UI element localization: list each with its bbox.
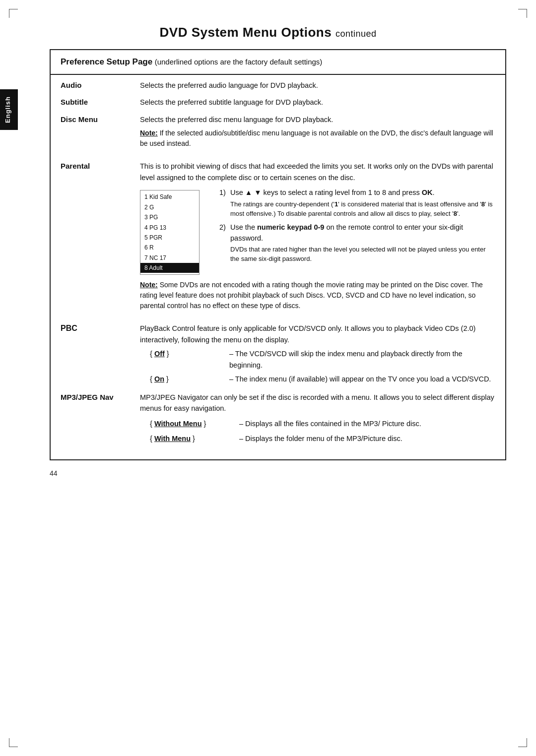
pbc-on-option: { On } – The index menu (if available) w…: [140, 374, 495, 384]
pbc-off-label: { Off }: [140, 348, 229, 359]
mp3-without-menu-description: – Displays all the files contained in th…: [239, 418, 495, 429]
pbc-content: PlayBack Control feature is only applica…: [140, 323, 495, 384]
mp3-with-menu-label: { With Menu }: [140, 433, 239, 444]
rating-3: 3 PG: [144, 212, 195, 222]
preference-header: Preference Setup Page (underlined option…: [51, 50, 505, 75]
mp3-without-menu-option: { Without Menu } – Displays all the file…: [140, 418, 495, 429]
preference-subtitle: (underlined options are the factory defa…: [155, 58, 323, 66]
rating-list-column: 1 Kid Safe 2 G 3 PG 4 PG 13 5 PGR 6 R 7 …: [140, 187, 219, 275]
pbc-off-option: { Off } – The VCD/SVCD will skip the ind…: [140, 348, 495, 371]
disc-menu-row: Disc Menu Selects the preferred disc men…: [61, 114, 495, 155]
parental-content: This is to prohibit viewing of discs tha…: [140, 161, 495, 317]
rating-4: 4 PG 13: [144, 223, 195, 233]
step2-note: DVDs that are rated higher than the leve…: [230, 245, 495, 264]
parental-label: Parental: [61, 161, 140, 170]
mp3-without-menu-label: { Without Menu }: [140, 418, 239, 429]
parental-section: Parental This is to prohibit viewing of …: [61, 161, 495, 317]
step1-ok: OK: [422, 189, 433, 196]
content-rows: Audio Selects the preferred audio langua…: [51, 75, 505, 459]
pbc-section: PBC PlayBack Control feature is only app…: [61, 323, 495, 384]
rating-steps: 1) Use ▲ ▼ keys to select a rating level…: [219, 187, 495, 275]
step1-arrows: ▲ ▼: [245, 189, 262, 196]
disc-menu-description: Selects the preferred disc menu language…: [140, 114, 495, 125]
mp3-jpeg-section: MP3/JPEG Nav MP3/JPEG Navigator can only…: [61, 392, 495, 444]
audio-label: Audio: [61, 80, 140, 89]
pbc-off-description: – The VCD/SVCD will skip the index menu …: [229, 348, 495, 371]
mp3-jpeg-content: MP3/JPEG Navigator can only be set if th…: [140, 392, 495, 444]
step1-note: The ratings are country-dependent ('1' i…: [230, 200, 495, 219]
parental-note-text: Some DVDs are not encoded with a rating …: [140, 281, 483, 310]
audio-description: Selects the preferred audio language for…: [140, 80, 495, 91]
pbc-intro: PlayBack Control feature is only applica…: [140, 323, 495, 345]
content-box: Preference Setup Page (underlined option…: [50, 49, 506, 460]
rating-6: 6 R: [144, 243, 195, 252]
subtitle-label: Subtitle: [61, 97, 140, 106]
step2-prefix: Use the: [230, 223, 257, 231]
rating-7: 7 NC 17: [144, 253, 195, 263]
parental-bottom-note: Note: Some DVDs are not encoded with a r…: [140, 280, 495, 311]
mp3-with-menu-option: { With Menu } – Displays the folder menu…: [140, 433, 495, 444]
rating-list-box: 1 Kid Safe 2 G 3 PG 4 PG 13 5 PGR 6 R 7 …: [140, 190, 200, 275]
rating-2: 2 G: [144, 202, 195, 212]
parental-step1: 1) Use ▲ ▼ keys to select a rating level…: [219, 187, 495, 218]
pbc-label: PBC: [61, 323, 140, 333]
mp3-jpeg-intro: MP3/JPEG Navigator can only be set if th…: [140, 392, 495, 414]
page-title: DVD System Menu Options continued: [30, 25, 506, 40]
mp3-jpeg-label: MP3/JPEG Nav: [61, 392, 140, 401]
rating-list-area: 1 Kid Safe 2 G 3 PG 4 PG 13 5 PGR 6 R 7 …: [140, 187, 495, 275]
preference-title: Preference Setup Page: [61, 57, 152, 66]
subtitle-description: Selects the preferred subtitle language …: [140, 97, 495, 108]
parental-note-label: Note:: [140, 281, 158, 289]
disc-menu-content: Selects the preferred disc menu language…: [140, 114, 495, 155]
step1-suffix: keys to select a rating level from 1 to …: [262, 189, 422, 196]
step1-prefix: Use: [230, 189, 245, 196]
disc-menu-label: Disc Menu: [61, 114, 140, 124]
parental-intro: This is to prohibit viewing of discs tha…: [140, 161, 495, 183]
audio-row: Audio Selects the preferred audio langua…: [61, 80, 495, 91]
disc-menu-note-text: If the selected audio/subtitle/disc menu…: [140, 129, 493, 147]
subtitle-row: Subtitle Selects the preferred subtitle …: [61, 97, 495, 108]
rating-8-selected: 8 Adult: [140, 263, 199, 273]
page-number: 44: [50, 469, 506, 477]
rating-1: 1 Kid Safe: [144, 192, 195, 202]
disc-menu-note: Note: If the selected audio/subtitle/dis…: [140, 128, 495, 149]
pbc-on-description: – The index menu (if available) will app…: [229, 374, 495, 384]
rating-5: 5 PGR: [144, 233, 195, 243]
pbc-on-label: { On }: [140, 374, 229, 384]
disc-menu-note-label: Note:: [140, 129, 158, 137]
parental-step2: 2) Use the numeric keypad 0-9 on the rem…: [219, 222, 495, 264]
mp3-with-menu-description: – Displays the folder menu of the MP3/Pi…: [239, 433, 495, 444]
step2-bold: numeric keypad 0-9: [257, 223, 324, 231]
